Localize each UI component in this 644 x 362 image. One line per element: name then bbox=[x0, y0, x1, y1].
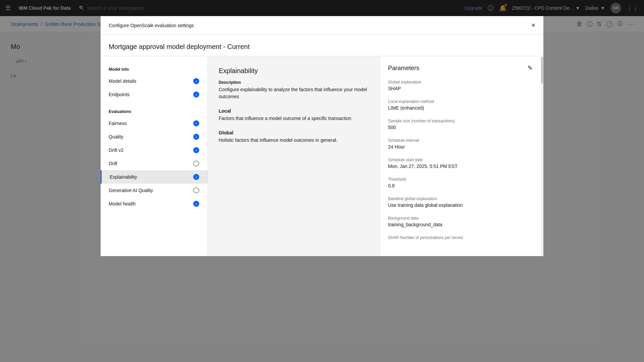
description-text: Configure explainability to analyze the … bbox=[219, 86, 369, 94]
modal-body: Model info Model details ✓ Endpoints ✓ E… bbox=[101, 56, 543, 94]
modal-main: Explainability Description Configure exp… bbox=[208, 56, 543, 94]
modal-overlay: Configure OpenScale evaluation settings … bbox=[0, 0, 644, 94]
modal-content-area: Explainability Description Configure exp… bbox=[208, 56, 380, 94]
modal-header: Configure OpenScale evaluation settings … bbox=[101, 16, 543, 35]
check-filled-icon-endpoints: ✓ bbox=[193, 92, 199, 94]
sidebar-item-model-details[interactable]: Model details ✓ bbox=[101, 74, 208, 88]
scrollbar-thumb[interactable] bbox=[541, 57, 543, 84]
sidebar-item-label-model-details: Model details bbox=[109, 78, 193, 84]
sidebar-item-label-endpoints: Endpoints bbox=[109, 92, 193, 94]
configure-modal: Configure OpenScale evaluation settings … bbox=[101, 16, 543, 94]
content-title: Explainability bbox=[219, 67, 369, 75]
modal-close-button[interactable]: × bbox=[531, 21, 535, 29]
modal-sidebar: Model info Model details ✓ Endpoints ✓ E… bbox=[101, 56, 208, 94]
sidebar-item-endpoints[interactable]: Endpoints ✓ bbox=[101, 88, 208, 94]
model-info-section-title: Model info bbox=[101, 64, 208, 74]
param-global-explanation: Global explanation SHAP bbox=[388, 80, 533, 91]
modal-scrollbar[interactable] bbox=[541, 56, 543, 94]
model-details-status-icon: ✓ bbox=[193, 78, 200, 84]
params-header: Parameters ✎ bbox=[388, 64, 533, 72]
modal-subtitle: Mortgage approval model deployment - Cur… bbox=[101, 35, 543, 56]
edit-icon[interactable]: ✎ bbox=[528, 64, 533, 72]
modal-title: Configure OpenScale evaluation settings bbox=[109, 23, 194, 28]
check-filled-icon: ✓ bbox=[193, 78, 199, 84]
params-title: Parameters bbox=[388, 65, 419, 72]
endpoints-status-icon: ✓ bbox=[193, 91, 200, 94]
parameters-panel: Parameters ✎ Global explanation SHAP Loc… bbox=[380, 56, 541, 94]
param-value-global-explanation: SHAP bbox=[388, 86, 533, 91]
param-label-global-explanation: Global explanation bbox=[388, 80, 533, 84]
description-label: Description bbox=[219, 80, 369, 85]
